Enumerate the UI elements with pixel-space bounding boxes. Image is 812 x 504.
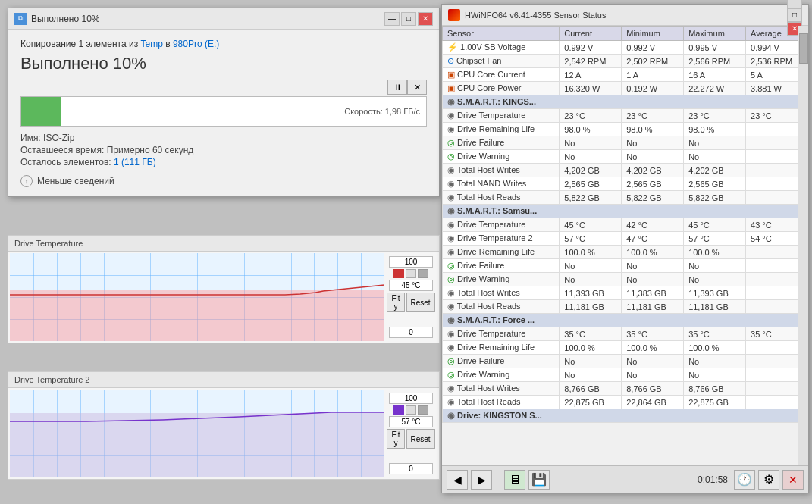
chart2-btn-row: Fit y Reset	[387, 429, 434, 449]
color-box-gray	[418, 269, 428, 278]
source-folder-link[interactable]: Temp	[140, 39, 162, 49]
table-row: ◉ Total Host Writes 8,766 GB 8,766 GB 8,…	[443, 382, 808, 396]
color-box-gray2	[418, 405, 428, 415]
table-row: ◎ Drive Warning No No No	[443, 368, 808, 382]
drive-icon: ◉	[447, 179, 455, 188]
drive-icon: ◉	[447, 343, 455, 352]
table-row: ⚡ 1.00V SB Voltage 0.992 V 0.992 V 0.995…	[443, 41, 808, 55]
table-row: ▣ CPU Core Power 16.320 W 0.192 W 22.272…	[443, 82, 808, 95]
table-row: ◉ Drive Temperature 23 °C 23 °C 23 °C 23…	[443, 109, 808, 123]
copy-info-text: Копирование 1 элемента из Temp в 980Pro …	[20, 39, 427, 49]
chart1-max[interactable]: 100	[389, 256, 433, 268]
chart-panel-2: Drive Temperature 2	[8, 371, 440, 480]
drive-icon: ◉	[447, 233, 455, 243]
chart2-reset-button[interactable]: Reset	[406, 429, 435, 449]
clock-button[interactable]: 🕐	[734, 470, 755, 490]
drive-ok-icon: ◎	[447, 370, 455, 379]
drive-icon: ◉	[447, 193, 455, 202]
vertical-scrollbar[interactable]	[798, 26, 808, 465]
hwinfo-maximize-button[interactable]: □	[787, 8, 802, 22]
color-box-purple	[393, 405, 404, 415]
col-minimum: Minimum	[622, 27, 684, 41]
chart2-svg	[10, 390, 384, 477]
speed-indicator: Скорость: 1,98 ГБ/с	[344, 107, 420, 116]
drive-icon: ◉	[447, 397, 455, 406]
window-controls: — □ ✕	[384, 12, 433, 26]
chart2-area: 100 57 °C Fit y Reset 0	[8, 388, 439, 479]
scrollbar-thumb[interactable]	[799, 33, 808, 64]
chart2-min: 0	[389, 463, 433, 474]
table-row: ◉ Drive Remaining Life 98.0 % 98.0 % 98.…	[443, 123, 808, 136]
color-box-white2	[406, 405, 416, 415]
details-toggle-button[interactable]: ↑ Меньше сведений	[20, 175, 427, 187]
table-row: ◉ Total Host Reads 11,181 GB 11,181 GB 1…	[443, 300, 808, 314]
timer-display: 0:01:58	[698, 474, 728, 485]
drive-icon: ◉	[447, 124, 455, 133]
chart1-reset-button[interactable]: Reset	[406, 293, 435, 312]
minimize-button[interactable]: —	[384, 12, 400, 26]
chart2-value: 57 °C	[389, 416, 433, 427]
close-window-button[interactable]: ✕	[418, 12, 433, 26]
chart2-grid	[10, 390, 384, 477]
progress-container: ⏸ ✕ Скорость: 1,98 ГБ/с	[20, 80, 427, 127]
back-button[interactable]: ◀	[447, 470, 468, 490]
items-left-row: Осталось элементов: 1 (111 ГБ)	[20, 157, 427, 167]
table-row: ◉ Total Host Reads 22,875 GB 22,864 GB 2…	[443, 396, 808, 409]
chart1-grid	[10, 253, 384, 341]
chart1-title: Drive Temperature	[8, 236, 439, 252]
drive-icon: ◉	[447, 97, 455, 106]
drive-icon: ◉	[447, 220, 455, 229]
table-row: ◎ Drive Warning No No No	[443, 150, 808, 164]
drive-icon: ◉	[447, 165, 455, 174]
hwinfo-icon	[448, 9, 460, 21]
file-name-row: Имя: ISO-Zip	[20, 133, 427, 143]
chart2-max[interactable]: 100	[389, 393, 433, 404]
arrow-icon: ↑	[20, 175, 33, 187]
hwinfo-toolbar-close-button[interactable]: ✕	[782, 470, 804, 490]
hwinfo-title-bar: HWiNFO64 v6.41-4355 Sensor Status — □ ✕	[442, 5, 808, 26]
table-row: ◉ Total Host Writes 4,202 GB 4,202 GB 4,…	[443, 164, 808, 177]
cancel-copy-button[interactable]: ✕	[407, 80, 427, 95]
drive-icon: ◉	[447, 315, 455, 324]
chart2-colors	[393, 405, 428, 415]
table-row: ◉ Drive Temperature 2 57 °C 47 °C 57 °C …	[443, 232, 808, 246]
maximize-button[interactable]: □	[401, 12, 416, 26]
settings-button[interactable]: ⚙	[758, 470, 779, 490]
sensor-scroll-area[interactable]: Sensor Current Minimum Maximum Average ⚡…	[442, 26, 808, 465]
hwinfo-title-left: HWiNFO64 v6.41-4355 Sensor Status	[448, 9, 606, 21]
drive-icon: ◉	[447, 302, 455, 311]
forward-button[interactable]: ▶	[471, 470, 492, 490]
copy-window-title: Выполнено 10%	[31, 14, 100, 24]
drive-icon: ◉	[447, 288, 455, 297]
table-row: ◎ Drive Warning No No No	[443, 273, 808, 286]
table-row: ◉ Drive Temperature 45 °C 42 °C 45 °C 43…	[443, 218, 808, 232]
drive-icon: ◉	[447, 383, 455, 393]
table-row: ◎ Drive Failure No No No	[443, 355, 808, 368]
cpu-icon: ▣	[447, 83, 455, 92]
copy-progress-title: Выполнено 10%	[20, 54, 427, 74]
dest-folder-link[interactable]: 980Pro (E:)	[173, 39, 219, 49]
drive-icon: ◉	[447, 329, 455, 338]
drive-ok-icon: ◎	[447, 152, 455, 161]
chart1-area: 100 45 °C Fit y Reset 0	[8, 252, 439, 343]
table-row: ◉ Drive Remaining Life 100.0 % 100.0 % 1…	[443, 246, 808, 259]
time-remaining-row: Оставшееся время: Примерно 60 секунд	[20, 145, 427, 155]
chart2-controls: 100 57 °C Fit y Reset 0	[384, 390, 437, 477]
save-button[interactable]: 💾	[528, 470, 550, 490]
table-row: ⊙ Chipset Fan 2,542 RPM 2,502 RPM 2,566 …	[443, 55, 808, 68]
col-maximum: Maximum	[684, 27, 746, 41]
pause-button[interactable]: ⏸	[387, 80, 407, 95]
table-row: ◎ Drive Failure No No No	[443, 259, 808, 273]
chart2-fity-button[interactable]: Fit y	[387, 429, 404, 449]
copy-title-bar: ⧉ Выполнено 10% — □ ✕	[8, 8, 439, 30]
hwinfo-minimize-button[interactable]: —	[787, 0, 802, 8]
monitor-button[interactable]: 🖥	[504, 470, 525, 490]
voltage-icon: ⚡	[447, 42, 458, 52]
copy-title-left: ⧉ Выполнено 10%	[14, 13, 100, 25]
chart-panel-1: Drive Temperature	[8, 235, 440, 343]
progress-fill	[21, 97, 61, 126]
chart2-title: Drive Temperature 2	[8, 372, 439, 388]
chart1-btn-row: Fit y Reset	[387, 293, 434, 312]
chart1-value: 45 °C	[389, 280, 433, 291]
chart1-fity-button[interactable]: Fit y	[387, 293, 404, 312]
